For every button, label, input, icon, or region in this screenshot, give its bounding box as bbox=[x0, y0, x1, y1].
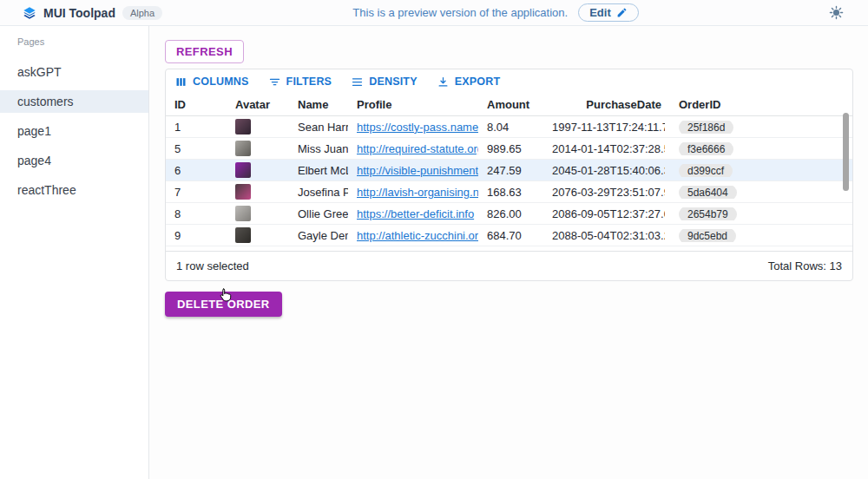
edit-button[interactable]: Edit bbox=[578, 3, 639, 22]
cell-avatar bbox=[227, 227, 289, 243]
pages-section-label: Pages bbox=[0, 26, 148, 47]
cell-order-id: 2654b79 bbox=[665, 207, 778, 220]
density-button[interactable]: DENSITY bbox=[351, 75, 418, 89]
cell-amount: 247.59 bbox=[478, 164, 552, 177]
profile-link[interactable]: http://lavish-organising.name bbox=[357, 186, 478, 199]
cell-amount: 989.65 bbox=[478, 142, 552, 155]
vertical-scrollbar-thumb[interactable] bbox=[843, 113, 849, 191]
cell-order-id: 25f186d bbox=[665, 121, 778, 134]
header-avatar[interactable]: Avatar bbox=[227, 98, 289, 111]
cell-purchase-date: 2076-03-29T23:51:07.968Z bbox=[552, 186, 665, 199]
order-id-chip: f3e6666 bbox=[679, 142, 733, 155]
total-rows-label: Total Rows: 13 bbox=[768, 259, 842, 272]
cell-name: Josefina P... bbox=[289, 186, 348, 199]
avatar bbox=[235, 206, 251, 221]
theme-toggle-sun-icon[interactable] bbox=[829, 5, 844, 20]
grid-toolbar: COLUMNS FILTERS DENSITY bbox=[166, 69, 852, 94]
cell-profile: http://athletic-zucchini.org bbox=[348, 229, 478, 242]
avatar bbox=[235, 141, 251, 156]
brand: MUI Toolpad Alpha bbox=[23, 6, 162, 20]
delete-order-button[interactable]: DELETE ORDER bbox=[165, 292, 282, 317]
cell-order-id: d399ccf bbox=[665, 164, 778, 177]
pages-nav-list: askGPT customers page1 page4 reactThree bbox=[0, 61, 148, 201]
export-button[interactable]: EXPORT bbox=[437, 75, 501, 89]
table-row[interactable]: 9 Gayle Den... http://athletic-zucchini.… bbox=[166, 225, 852, 246]
table-row[interactable]: 1 Sean Harris https://costly-pass.name 8… bbox=[166, 116, 852, 138]
cell-name: Ollie Green... bbox=[289, 207, 348, 220]
columns-button[interactable]: COLUMNS bbox=[174, 75, 249, 89]
sidebar-item-customers[interactable]: customers bbox=[0, 90, 148, 113]
sidebar-item-reactThree[interactable]: reactThree bbox=[0, 179, 148, 201]
cell-id: 1 bbox=[166, 121, 227, 134]
cell-amount: 826.00 bbox=[478, 207, 552, 220]
profile-link[interactable]: http://visible-punishment.net bbox=[357, 164, 478, 177]
cell-profile: http://required-statute.org bbox=[348, 142, 478, 155]
cell-amount: 684.70 bbox=[478, 229, 552, 242]
cell-profile: https://better-deficit.info bbox=[348, 207, 478, 220]
header-id[interactable]: ID bbox=[166, 98, 227, 111]
header-name[interactable]: Name bbox=[289, 98, 348, 111]
avatar bbox=[235, 227, 251, 243]
cell-id: 5 bbox=[166, 142, 227, 155]
table-row[interactable]: 7 Josefina P... http://lavish-organising… bbox=[166, 181, 852, 203]
cell-name: Sean Harris bbox=[289, 121, 348, 134]
header-amount[interactable]: Amount bbox=[478, 98, 552, 111]
profile-link[interactable]: https://better-deficit.info bbox=[357, 207, 474, 220]
selection-status: 1 row selected bbox=[176, 259, 249, 272]
order-id-chip: d399ccf bbox=[679, 164, 733, 177]
cell-name: Elbert McL... bbox=[289, 164, 348, 177]
cell-profile: http://lavish-organising.name bbox=[348, 186, 478, 199]
density-button-label: DENSITY bbox=[369, 75, 418, 88]
cell-avatar bbox=[227, 162, 289, 178]
topbar-center: This is a preview version of the applica… bbox=[162, 3, 829, 22]
order-id-chip: 2654b79 bbox=[679, 207, 737, 220]
cell-name: Miss Juan ... bbox=[289, 142, 348, 155]
main-content: REFRESH COLUMNS FILTERS bbox=[149, 26, 868, 479]
header-purchasedate[interactable]: PurchaseDate bbox=[552, 98, 665, 111]
cell-avatar bbox=[227, 119, 289, 135]
pencil-icon bbox=[616, 7, 628, 18]
sidebar-item-page1[interactable]: page1 bbox=[0, 120, 148, 142]
export-button-label: EXPORT bbox=[455, 75, 501, 88]
cell-purchase-date: 2045-01-28T15:40:06.325Z bbox=[552, 164, 665, 177]
filters-button-label: FILTERS bbox=[286, 75, 332, 88]
edit-button-label: Edit bbox=[589, 6, 611, 19]
grid-rows: 1 Sean Harris https://costly-pass.name 8… bbox=[166, 116, 852, 246]
density-icon bbox=[351, 75, 364, 89]
cell-order-id: 5da6404 bbox=[665, 186, 778, 199]
view-column-icon bbox=[174, 75, 187, 89]
profile-link[interactable]: http://required-statute.org bbox=[357, 142, 478, 155]
cell-id: 7 bbox=[166, 186, 227, 199]
sidebar-item-askGPT[interactable]: askGPT bbox=[0, 61, 148, 83]
cell-amount: 8.04 bbox=[478, 121, 552, 134]
table-row[interactable]: 6 Elbert McL... http://visible-punishmen… bbox=[166, 160, 852, 181]
cell-avatar bbox=[227, 206, 289, 221]
cell-profile: http://visible-punishment.net bbox=[348, 164, 478, 177]
table-row[interactable]: 8 Ollie Green... https://better-deficit.… bbox=[166, 203, 852, 225]
order-id-chip: 25f186d bbox=[679, 121, 733, 134]
header-profile[interactable]: Profile bbox=[348, 98, 478, 111]
cell-order-id: 9dc5ebd bbox=[665, 229, 778, 242]
sidebar-item-page4[interactable]: page4 bbox=[0, 149, 148, 172]
cell-avatar bbox=[227, 141, 289, 156]
cell-profile: https://costly-pass.name bbox=[348, 121, 478, 134]
toolpad-logo-icon bbox=[23, 6, 36, 20]
profile-link[interactable]: http://athletic-zucchini.org bbox=[357, 229, 478, 242]
sidebar: Pages askGPT customers page1 page4 react… bbox=[0, 26, 149, 479]
export-download-icon bbox=[437, 75, 450, 89]
data-grid: COLUMNS FILTERS DENSITY bbox=[165, 69, 853, 281]
cell-purchase-date: 2088-05-04T02:31:03.294Z bbox=[552, 229, 665, 242]
refresh-button[interactable]: REFRESH bbox=[165, 40, 244, 63]
avatar bbox=[235, 119, 251, 135]
header-orderid[interactable]: OrderID bbox=[665, 98, 778, 111]
cell-amount: 168.63 bbox=[478, 186, 552, 199]
preview-banner-text: This is a preview version of the applica… bbox=[352, 6, 568, 19]
filters-button[interactable]: FILTERS bbox=[268, 75, 332, 89]
table-row[interactable]: 5 Miss Juan ... http://required-statute.… bbox=[166, 138, 852, 160]
cell-order-id: f3e6666 bbox=[665, 142, 778, 155]
profile-link[interactable]: https://costly-pass.name bbox=[357, 121, 478, 134]
cell-purchase-date: 2086-09-05T12:37:27.015Z bbox=[552, 207, 665, 220]
avatar bbox=[235, 162, 251, 178]
cell-id: 9 bbox=[166, 229, 227, 242]
topbar: MUI Toolpad Alpha This is a preview vers… bbox=[0, 0, 868, 26]
